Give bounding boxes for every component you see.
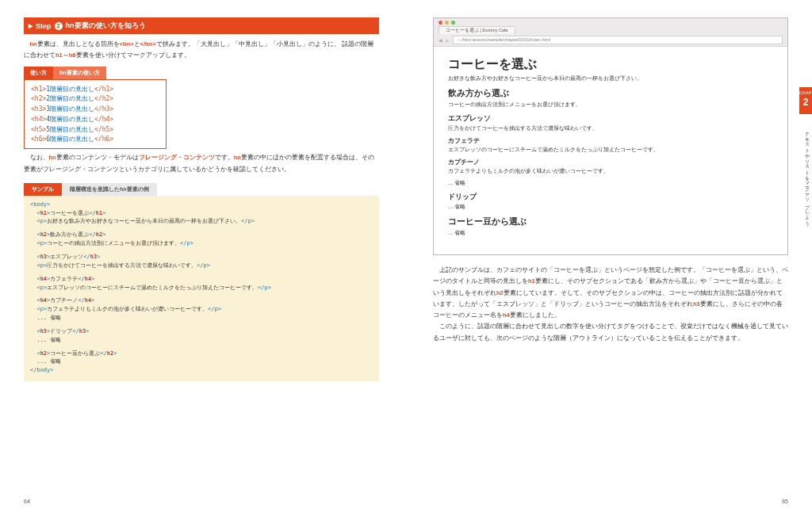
browser-chrome: コーヒーを選ぶ | Dummy Cafe ◀ ▶ ～/html-lessons/… — [434, 18, 787, 47]
usage-row: <h5>5階層目の見出し</h5> — [31, 125, 159, 136]
sample-tabs: サンプル 階層構造を意識したhn要素の例 — [24, 183, 379, 196]
code-line: <h3>エスプレッソ</h3> — [30, 253, 373, 262]
chapter-label: CHAPTER — [799, 90, 812, 95]
page-right: コーヒーを選ぶ | Dummy Cafe ◀ ▶ ～/html-lessons/… — [406, 0, 812, 512]
intro-paragraph: hn要素は、見出しとなる箇所を<hn>と</hn>で挟みます。「大見出し」「中見… — [24, 39, 379, 62]
preview-omit: … 省略 — [448, 230, 773, 237]
triangle-icon: ▶ — [29, 23, 33, 29]
usage-row: <h4>4階層目の見出し</h4> — [31, 115, 159, 125]
code-line: ... 省略 — [30, 336, 373, 345]
code-line: <p>コーヒーの抽出方法別にメニューをお選び頂けます。</p> — [30, 239, 373, 248]
step-title: hn要素の使い方を知ろう — [66, 21, 146, 31]
step-number-circle: 2 — [55, 22, 63, 30]
code-line: <p>カフェラテよりもミルクの泡が多く味わいが濃いコーヒーです。</p> — [30, 305, 373, 314]
usage-row: <h6>6階層目の見出し</h6> — [31, 135, 159, 145]
browser-url-bar: ◀ ▶ ～/html-lessons/sample/chapter02/01/i… — [439, 36, 783, 44]
preview-h4: カフェラテ — [448, 137, 773, 145]
preview-p: カフェラテよりもミルクの泡が多く味わいが濃いコーヒーです。 — [448, 168, 773, 175]
preview-p: エスプレッソのコーヒーにスチームで温めたミルクをたっぷり加えたコーヒーです。 — [448, 147, 773, 154]
code-line: <h3>ドリップ</h3> — [30, 327, 373, 336]
sample-code: <body> <h1>コーヒーを選ぶ</h1> <p>お好きな飲み方やお好きなコ… — [24, 196, 379, 381]
page-number-right: 65 — [782, 499, 788, 504]
code-line: ... 省略 — [30, 357, 373, 366]
page-number-left: 64 — [24, 499, 30, 504]
preview-omit: … 省略 — [448, 180, 773, 187]
usage-tab-2: hn要素の使い方 — [53, 67, 106, 79]
usage-tabs: 使い方 hn要素の使い方 — [24, 67, 379, 79]
close-icon — [439, 21, 442, 25]
note-paragraph: なお、hn要素のコンテンツ・モデルはフレージング・コンテンツです。hn要素の中に… — [24, 152, 379, 175]
code-line: </body> — [30, 366, 373, 375]
preview-p: 圧力をかけてコーヒーを抽出する方法で濃厚な味わいです。 — [448, 125, 773, 132]
nav-back-icon: ◀ — [439, 37, 442, 43]
code-line: <h2>飲み方から選ぶ</h2> — [30, 231, 373, 239]
usage-content: <h1>1階層目の見出し</h1><h2>2階層目の見出し</h2><h3>3階… — [24, 79, 167, 150]
usage-row: <h2>2階層目の見出し</h2> — [31, 94, 159, 105]
sample-tab-active: サンプル — [24, 183, 62, 196]
code-line: <p>エスプレッソのコーヒーにスチームで温めたミルクをたっぷり加えたコーヒーです… — [30, 284, 373, 292]
preview-omit: … 省略 — [448, 204, 773, 211]
preview-h3: エスプレッソ — [448, 113, 773, 124]
preview-h1: コーヒーを選ぶ — [448, 56, 773, 73]
browser-tab: コーヒーを選ぶ | Dummy Cafe — [439, 26, 515, 34]
preview-h2: 飲み方から選ぶ — [448, 87, 773, 99]
maximize-icon — [451, 21, 455, 25]
page-left: ▶ Step 2 hn要素の使い方を知ろう hn要素は、見出しとなる箇所を<hn… — [0, 0, 406, 512]
browser-url: ～/html-lessons/sample/chapter02/01/index… — [453, 36, 783, 44]
chapter-side-tab: CHAPTER 2 — [799, 87, 812, 114]
code-line: ... 省略 — [30, 314, 373, 323]
preview-p: コーヒーの抽出方法別にメニューをお選び頂けます。 — [448, 101, 773, 109]
nav-forward-icon: ▶ — [446, 37, 450, 43]
preview-h2: コーヒー豆から選ぶ — [448, 216, 773, 227]
browser-tab-strip: コーヒーを選ぶ | Dummy Cafe — [439, 26, 783, 34]
usage-row: <h1>1階層目の見出し</h1> — [31, 85, 159, 95]
step-prefix: Step — [36, 22, 52, 30]
chapter-number: 2 — [799, 97, 812, 108]
minimize-icon — [445, 21, 449, 25]
step-heading: ▶ Step 2 hn要素の使い方を知ろう — [24, 17, 379, 34]
code-line: <p>お好きな飲み方やお好きなコーヒー豆から本日の最高の一杯をお選び下さい。</… — [30, 217, 373, 226]
usage-tab-1: 使い方 — [24, 67, 53, 79]
traffic-lights — [439, 21, 783, 25]
code-line: <body> — [30, 201, 373, 209]
browser-window: コーヒーを選ぶ | Dummy Cafe ◀ ▶ ～/html-lessons/… — [433, 17, 788, 255]
code-line: <h2>コーヒー豆から選ぶ</h2> — [30, 350, 373, 358]
code-line: <p>圧力をかけてコーヒーを抽出する方法で濃厚な味わいです。</p> — [30, 262, 373, 270]
code-line: <h1>コーヒーを選ぶ</h1> — [30, 209, 373, 218]
explanation: 上記のサンプルは、カフェのサイトの「コーヒーを選ぶ」というページを想定した例です… — [433, 265, 788, 344]
preview-h4: カプチーノ — [448, 159, 773, 166]
code-line: <h4>カプチーノ</h4> — [30, 296, 373, 305]
preview-p: お好きな飲み方やお好きなコーヒー豆から本日の最高の一杯をお選び下さい。 — [448, 75, 773, 82]
code-line: <h4>カフェラテ</h4> — [30, 275, 373, 284]
usage-box: 使い方 hn要素の使い方 <h1>1階層目の見出し</h1><h2>2階層目の見… — [24, 67, 379, 150]
preview-h3: ドリップ — [448, 192, 773, 202]
chapter-side-label: テキストやリストをマークアップしよう — [803, 128, 810, 223]
browser-body: コーヒーを選ぶ お好きな飲み方やお好きなコーヒー豆から本日の最高の一杯をお選び下… — [434, 47, 787, 254]
usage-row: <h3>3階層目の見出し</h3> — [31, 105, 159, 115]
sample-tab-inactive: 階層構造を意識したhn要素の例 — [62, 183, 157, 196]
